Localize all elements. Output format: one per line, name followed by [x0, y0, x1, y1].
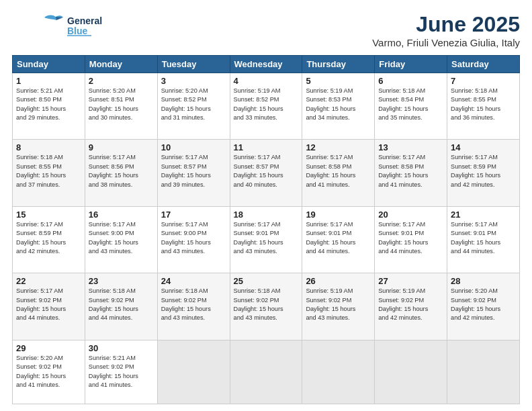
calendar-cell: 5Sunrise: 5:19 AM Sunset: 8:53 PM Daylig… — [302, 73, 375, 140]
calendar-cell — [157, 340, 230, 404]
day-number: 4 — [234, 76, 299, 86]
day-info: Sunrise: 5:20 AM Sunset: 9:02 PM Dayligh… — [451, 287, 516, 322]
day-number: 22 — [16, 276, 81, 286]
day-number: 14 — [451, 142, 516, 152]
day-number: 16 — [89, 210, 154, 220]
day-info: Sunrise: 5:18 AM Sunset: 9:02 PM Dayligh… — [234, 287, 299, 322]
calendar-cell: 24Sunrise: 5:18 AM Sunset: 9:02 PM Dayli… — [157, 273, 230, 340]
calendar-week-row: 15Sunrise: 5:17 AM Sunset: 8:59 PM Dayli… — [13, 206, 520, 273]
day-info: Sunrise: 5:18 AM Sunset: 9:02 PM Dayligh… — [161, 287, 226, 322]
calendar-cell: 25Sunrise: 5:18 AM Sunset: 9:02 PM Dayli… — [230, 273, 302, 340]
day-info: Sunrise: 5:19 AM Sunset: 8:53 PM Dayligh… — [306, 87, 371, 122]
month-title: June 2025 — [372, 12, 520, 37]
calendar-cell: 1Sunrise: 5:21 AM Sunset: 8:50 PM Daylig… — [13, 73, 85, 140]
day-info: Sunrise: 5:18 AM Sunset: 9:02 PM Dayligh… — [89, 287, 154, 322]
day-number: 26 — [306, 276, 371, 286]
calendar-cell: 23Sunrise: 5:18 AM Sunset: 9:02 PM Dayli… — [85, 273, 157, 340]
calendar-cell: 15Sunrise: 5:17 AM Sunset: 8:59 PM Dayli… — [13, 206, 85, 273]
day-info: Sunrise: 5:17 AM Sunset: 9:01 PM Dayligh… — [378, 220, 443, 256]
day-number: 30 — [89, 343, 154, 353]
title-block: June 2025 Varmo, Friuli Venezia Giulia, … — [372, 12, 520, 48]
day-number: 20 — [378, 210, 443, 220]
day-info: Sunrise: 5:18 AM Sunset: 8:55 PM Dayligh… — [16, 153, 81, 189]
calendar-cell: 21Sunrise: 5:17 AM Sunset: 9:01 PM Dayli… — [447, 206, 520, 273]
calendar-cell: 13Sunrise: 5:17 AM Sunset: 8:58 PM Dayli… — [375, 140, 447, 206]
calendar-cell — [230, 340, 302, 404]
svg-text:General: General — [67, 15, 102, 26]
day-info: Sunrise: 5:20 AM Sunset: 8:52 PM Dayligh… — [161, 87, 226, 122]
calendar-cell: 22Sunrise: 5:17 AM Sunset: 9:02 PM Dayli… — [13, 273, 85, 340]
day-info: Sunrise: 5:19 AM Sunset: 8:52 PM Dayligh… — [234, 87, 299, 122]
calendar-cell: 26Sunrise: 5:19 AM Sunset: 9:02 PM Dayli… — [302, 273, 375, 340]
day-number: 19 — [306, 210, 371, 220]
day-number: 21 — [451, 210, 516, 220]
calendar-cell: 11Sunrise: 5:17 AM Sunset: 8:57 PM Dayli… — [230, 140, 302, 206]
day-info: Sunrise: 5:18 AM Sunset: 8:54 PM Dayligh… — [378, 87, 443, 122]
col-header-friday: Friday — [375, 56, 447, 73]
location-title: Varmo, Friuli Venezia Giulia, Italy — [372, 37, 520, 48]
calendar-cell: 3Sunrise: 5:20 AM Sunset: 8:52 PM Daylig… — [157, 73, 230, 140]
calendar-week-row: 1Sunrise: 5:21 AM Sunset: 8:50 PM Daylig… — [13, 73, 520, 140]
day-number: 2 — [89, 76, 154, 86]
day-number: 27 — [378, 276, 443, 286]
day-number: 10 — [161, 142, 226, 152]
calendar-cell: 2Sunrise: 5:20 AM Sunset: 8:51 PM Daylig… — [85, 73, 157, 140]
day-info: Sunrise: 5:17 AM Sunset: 8:59 PM Dayligh… — [451, 153, 516, 189]
day-info: Sunrise: 5:19 AM Sunset: 9:02 PM Dayligh… — [306, 287, 371, 322]
col-header-monday: Monday — [85, 56, 157, 73]
day-info: Sunrise: 5:17 AM Sunset: 8:58 PM Dayligh… — [378, 153, 443, 189]
col-header-thursday: Thursday — [302, 56, 375, 73]
day-info: Sunrise: 5:17 AM Sunset: 8:57 PM Dayligh… — [161, 153, 226, 189]
day-number: 7 — [451, 76, 516, 86]
day-info: Sunrise: 5:17 AM Sunset: 8:56 PM Dayligh… — [89, 153, 154, 189]
calendar-cell: 27Sunrise: 5:19 AM Sunset: 9:02 PM Dayli… — [375, 273, 447, 340]
calendar-cell: 14Sunrise: 5:17 AM Sunset: 8:59 PM Dayli… — [447, 140, 520, 206]
day-number: 9 — [89, 142, 154, 152]
day-info: Sunrise: 5:21 AM Sunset: 9:02 PM Dayligh… — [89, 354, 154, 390]
col-header-sunday: Sunday — [13, 56, 85, 73]
day-info: Sunrise: 5:21 AM Sunset: 8:50 PM Dayligh… — [16, 87, 81, 122]
col-header-wednesday: Wednesday — [230, 56, 302, 73]
calendar-cell — [302, 340, 375, 404]
day-number: 15 — [16, 210, 81, 220]
day-number: 8 — [16, 142, 81, 152]
calendar-cell: 9Sunrise: 5:17 AM Sunset: 8:56 PM Daylig… — [85, 140, 157, 206]
calendar-cell: 10Sunrise: 5:17 AM Sunset: 8:57 PM Dayli… — [157, 140, 230, 206]
col-header-tuesday: Tuesday — [157, 56, 230, 73]
calendar-cell: 12Sunrise: 5:17 AM Sunset: 8:58 PM Dayli… — [302, 140, 375, 206]
day-number: 17 — [161, 210, 226, 220]
day-number: 28 — [451, 276, 516, 286]
header: General Blue June 2025 Varmo, Friuli Ven… — [12, 12, 520, 48]
day-info: Sunrise: 5:18 AM Sunset: 8:55 PM Dayligh… — [451, 87, 516, 122]
day-number: 25 — [234, 276, 299, 286]
day-info: Sunrise: 5:17 AM Sunset: 9:01 PM Dayligh… — [306, 220, 371, 256]
calendar-cell: 30Sunrise: 5:21 AM Sunset: 9:02 PM Dayli… — [85, 340, 157, 404]
day-number: 24 — [161, 276, 226, 286]
logo-svg: General Blue — [12, 12, 106, 39]
day-info: Sunrise: 5:17 AM Sunset: 8:57 PM Dayligh… — [234, 153, 299, 189]
calendar-week-row: 22Sunrise: 5:17 AM Sunset: 9:02 PM Dayli… — [13, 273, 520, 340]
day-number: 11 — [234, 142, 299, 152]
calendar-cell: 8Sunrise: 5:18 AM Sunset: 8:55 PM Daylig… — [13, 140, 85, 206]
day-info: Sunrise: 5:17 AM Sunset: 9:02 PM Dayligh… — [16, 287, 81, 322]
calendar-cell: 4Sunrise: 5:19 AM Sunset: 8:52 PM Daylig… — [230, 73, 302, 140]
day-number: 23 — [89, 276, 154, 286]
calendar-cell: 19Sunrise: 5:17 AM Sunset: 9:01 PM Dayli… — [302, 206, 375, 273]
day-info: Sunrise: 5:17 AM Sunset: 9:00 PM Dayligh… — [161, 220, 226, 256]
col-header-saturday: Saturday — [447, 56, 520, 73]
page: General Blue June 2025 Varmo, Friuli Ven… — [0, 0, 532, 411]
calendar-week-row: 8Sunrise: 5:18 AM Sunset: 8:55 PM Daylig… — [13, 140, 520, 206]
logo: General Blue — [12, 12, 106, 39]
calendar-table: SundayMondayTuesdayWednesdayThursdayFrid… — [12, 55, 520, 404]
calendar-cell: 18Sunrise: 5:17 AM Sunset: 9:01 PM Dayli… — [230, 206, 302, 273]
day-info: Sunrise: 5:17 AM Sunset: 8:59 PM Dayligh… — [16, 220, 81, 256]
day-info: Sunrise: 5:17 AM Sunset: 9:01 PM Dayligh… — [451, 220, 516, 256]
day-info: Sunrise: 5:19 AM Sunset: 9:02 PM Dayligh… — [378, 287, 443, 322]
day-number: 29 — [16, 343, 81, 353]
calendar-header-row: SundayMondayTuesdayWednesdayThursdayFrid… — [13, 56, 520, 73]
day-info: Sunrise: 5:17 AM Sunset: 8:58 PM Dayligh… — [306, 153, 371, 189]
day-info: Sunrise: 5:17 AM Sunset: 9:01 PM Dayligh… — [234, 220, 299, 256]
calendar-cell: 16Sunrise: 5:17 AM Sunset: 9:00 PM Dayli… — [85, 206, 157, 273]
calendar-cell: 28Sunrise: 5:20 AM Sunset: 9:02 PM Dayli… — [447, 273, 520, 340]
day-number: 5 — [306, 76, 371, 86]
